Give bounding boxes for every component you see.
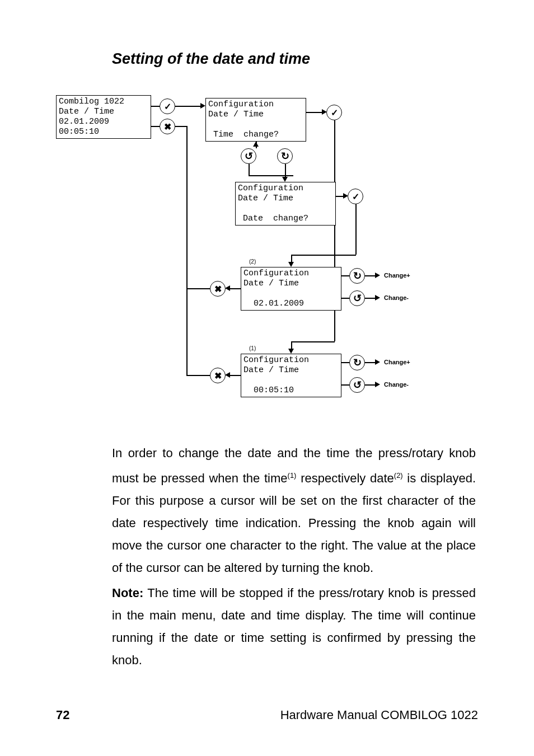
footnote-1-marker: (1) xyxy=(249,345,256,351)
rotate-cw-icon: ↻ xyxy=(277,148,293,164)
box-time-edit: Configuration Date / Time 00:05:10 xyxy=(241,354,341,397)
box-date-change: Configuration Date / Time Date change? xyxy=(235,182,336,226)
flow-diagram: Combilog 1022 Date / Time 02.01.2009 00:… xyxy=(56,95,481,414)
section-heading: Setting of the date and time xyxy=(112,50,310,68)
rotate-cw-icon: ↻ xyxy=(349,355,365,370)
label-change-plus: Change+ xyxy=(384,359,410,365)
box-date-edit: Configuration Date / Time 02.01.2009 xyxy=(241,267,341,311)
rotate-cw-icon: ↻ xyxy=(349,268,365,284)
label-change-minus: Change- xyxy=(384,381,409,388)
cross-icon: ✖ xyxy=(160,119,175,134)
box-time-change: Configuration Date / Time Time change? xyxy=(205,98,306,142)
label-change-plus: Change+ xyxy=(384,272,410,279)
check-icon: ✓ xyxy=(348,189,363,204)
label-change-minus: Change- xyxy=(384,294,409,301)
check-icon: ✓ xyxy=(160,98,175,114)
box-main: Combilog 1022 Date / Time 02.01.2009 00:… xyxy=(56,95,151,139)
rotate-ccw-icon: ↺ xyxy=(349,377,365,393)
page-number: 72 xyxy=(56,708,69,722)
cross-icon: ✖ xyxy=(210,281,226,297)
footnote-2-marker: (2) xyxy=(249,259,256,265)
check-icon: ✓ xyxy=(326,105,342,120)
paragraph-1: In order to change the date and the time… xyxy=(112,442,476,579)
rotate-ccw-icon: ↺ xyxy=(241,148,256,164)
paragraph-2: Note: The time will be stopped if the pr… xyxy=(112,582,476,672)
rotate-ccw-icon: ↺ xyxy=(349,290,365,306)
cross-icon: ✖ xyxy=(210,368,226,383)
footer-text: Hardware Manual COMBILOG 1022 xyxy=(280,708,478,722)
